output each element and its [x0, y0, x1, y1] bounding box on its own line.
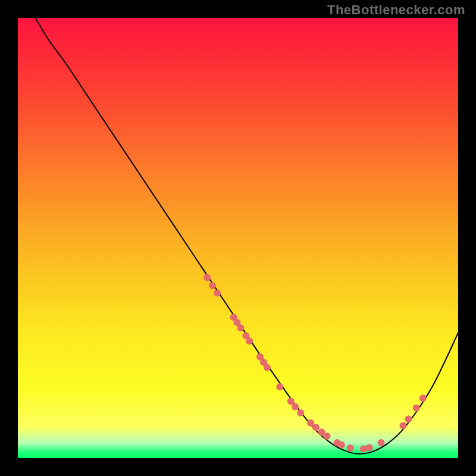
sample-point: [400, 422, 407, 429]
plot-svg: [18, 18, 458, 458]
plot-area: [18, 18, 458, 458]
sample-point: [237, 324, 244, 331]
bottleneck-curve: [36, 18, 458, 454]
sample-point: [405, 415, 412, 422]
sample-point: [246, 337, 253, 345]
sample-point: [297, 409, 304, 416]
sample-point: [338, 441, 345, 449]
sample-point: [413, 405, 420, 412]
sample-point: [366, 444, 373, 451]
sample-point: [312, 424, 320, 431]
watermark-text: TheBottlenecker.com: [327, 2, 465, 18]
sample-point: [378, 439, 385, 446]
sample-point: [214, 290, 221, 297]
sample-point: [292, 403, 299, 410]
sample-point: [209, 282, 216, 289]
sample-point: [203, 274, 211, 281]
sample-point: [276, 383, 283, 390]
sample-point: [419, 394, 427, 402]
sample-point: [347, 444, 354, 452]
sample-point: [264, 364, 271, 371]
sample-point: [323, 433, 330, 440]
